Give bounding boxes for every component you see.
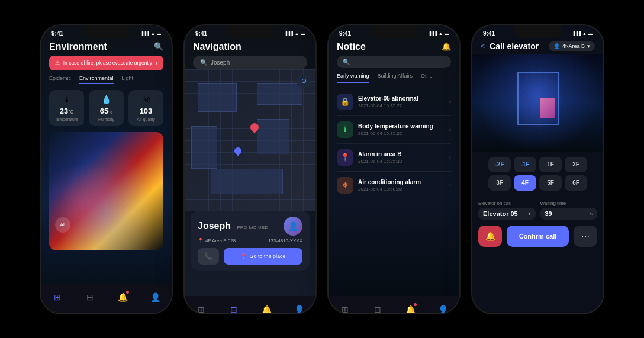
person-details: 📍 4F Area B 028 133-4810-XXXX: [198, 238, 302, 243]
tab-epidemic[interactable]: Epidemic: [49, 75, 71, 84]
notice-item-1[interactable]: 🌡 Body temperature warning 2021-06-04 16…: [337, 116, 451, 144]
notice-date-3: 2021-06-04 13:50:32: [358, 186, 445, 192]
nav3-person[interactable]: 👤: [435, 302, 450, 314]
search-icon[interactable]: 🔍: [154, 42, 163, 51]
pink-cube: [540, 98, 555, 118]
signal-icon-4: ▐▐▐: [572, 31, 581, 36]
environment-title: Environment: [49, 41, 107, 52]
wifi-icon-3: ▲: [439, 31, 443, 36]
search-icon-nav: 🔍: [200, 59, 207, 66]
phone2-content: Navigation 🔍 Joseph ⊕ Josep: [185, 38, 315, 314]
notice-title-2: Alarm in area B: [358, 151, 445, 157]
confirm-button[interactable]: Confirm call: [507, 226, 569, 247]
phone-elevator: 9:41 ▐▐▐ ▲ ▬ < Call elevator 👤 4f-Area B…: [471, 24, 604, 314]
person-avatar: 👤: [284, 217, 302, 236]
floor-btn-2f[interactable]: 2F: [565, 157, 587, 172]
floor-btn-neg2f[interactable]: -2F: [488, 157, 511, 172]
navigation-title: Navigation: [185, 38, 315, 56]
alarm-button[interactable]: 🔔: [478, 226, 502, 247]
elevator-header: < Call elevator 👤 4f-Area B ▾: [472, 38, 603, 54]
nav2-bell[interactable]: 🔔: [259, 302, 274, 314]
person-name-group: Joseph PRO-MO-UED: [198, 221, 268, 231]
notice-header: Notice 🔔: [329, 38, 459, 56]
floor-btn-5f[interactable]: 5F: [539, 175, 562, 191]
floor-btn-3f[interactable]: 3F: [488, 175, 511, 191]
alert-banner[interactable]: ⚠ In case of fire, please evacuate urgen…: [49, 56, 163, 70]
elevator-dropdown-icon[interactable]: ▾: [528, 210, 531, 217]
notice-title-3: Air conditioning alarm: [358, 179, 445, 185]
floor-btn-neg1f[interactable]: -1F: [514, 157, 536, 172]
call-button[interactable]: 📞: [198, 248, 219, 265]
map-locate-btn[interactable]: ⊕: [297, 74, 311, 88]
all-badge[interactable]: All: [55, 217, 70, 233]
status-bar-1: 9:41 ▐▐▐ ▲ ▬: [41, 25, 172, 38]
status-icons-1: ▐▐▐ ▲ ▬: [140, 31, 161, 36]
elevator-title: Call elevator: [490, 41, 539, 51]
notice-item-0[interactable]: 🔒 Elevator-05 abnormal 2021-06-04 16:35:…: [337, 88, 451, 116]
humidity-icon: 💧: [94, 95, 119, 104]
notice-icon-1: 🌡: [337, 121, 353, 138]
nav3-home[interactable]: ⊞: [337, 302, 353, 314]
phone1-nav: ⊞ ⊟ 🔔 👤: [41, 284, 172, 313]
nav2-users[interactable]: ⊟: [226, 302, 242, 314]
status-time-2: 9:41: [195, 30, 207, 37]
waiting-unit: s: [590, 211, 593, 217]
wifi-icon: ▲: [151, 31, 155, 36]
phone4-content: < Call elevator 👤 4f-Area B ▾: [472, 38, 603, 314]
floor-btn-1f[interactable]: 1F: [539, 157, 562, 172]
nav3-bell[interactable]: 🔔: [402, 302, 418, 314]
phones-container: 9:41 ▐▐▐ ▲ ▬ Environment 🔍 ⚠ In case of …: [28, 12, 616, 326]
pin-icon-goto: 📍: [240, 253, 247, 259]
floor-btn-6f[interactable]: 6F: [565, 175, 587, 191]
status-bar-3: 9:41 ▐▐▐ ▲ ▬: [329, 25, 459, 38]
nav-dot: [126, 291, 129, 294]
tab-other[interactable]: Other: [421, 73, 434, 83]
map-area[interactable]: ⊕: [185, 69, 315, 211]
environment-tabs: Epidemic Environmental Light: [49, 75, 163, 84]
nav-users[interactable]: ⊟: [82, 289, 98, 305]
tab-early-warning[interactable]: Early warning: [337, 73, 369, 83]
goto-button[interactable]: 📍 Go to the place: [224, 248, 302, 265]
status-time-1: 9:41: [51, 30, 63, 37]
floor-row-1: -2F -1F 1F 2F: [478, 157, 597, 172]
tab-light[interactable]: Light: [122, 75, 134, 84]
notice-tabs: Early warning Building Affairs Other: [329, 73, 459, 83]
elevator-3d-model: [508, 60, 568, 137]
back-arrow[interactable]: <: [481, 42, 485, 50]
nav2-home[interactable]: ⊞: [194, 302, 209, 314]
nav-home[interactable]: ⊞: [50, 289, 65, 305]
elevator-box: [517, 72, 559, 125]
status-bar-2: 9:41 ▐▐▐ ▲ ▬: [185, 25, 315, 38]
nav-bell[interactable]: 🔔: [115, 289, 130, 305]
tab-environmental[interactable]: Environmental: [79, 75, 114, 84]
tab-building-affairs[interactable]: Building Affairs: [378, 73, 413, 83]
notice-item-3[interactable]: ❄ Air conditioning alarm 2021-06-04 13:5…: [337, 172, 451, 199]
phone-notice: 9:41 ▐▐▐ ▲ ▬ Notice 🔔 🔍 Early warning Bu…: [327, 24, 461, 314]
floor-badge[interactable]: 👤 4f-Area B ▾: [549, 41, 595, 51]
notice-search[interactable]: 🔍: [337, 56, 451, 68]
notice-title-0: Elevator-05 abnormal: [358, 95, 445, 102]
signal-icon-3: ▐▐▐: [428, 31, 437, 36]
temperature-label: Temperature: [54, 117, 79, 121]
nav3-dot: [414, 303, 417, 306]
chevron-icon-3: ›: [449, 182, 451, 188]
person-card: Joseph PRO-MO-UED 👤 📍 4F Area B 028 133-…: [191, 211, 310, 271]
nav2-person[interactable]: 👤: [291, 302, 307, 314]
wifi-icon-4: ▲: [582, 31, 587, 36]
temperature-value: 23℃: [54, 105, 79, 116]
more-button[interactable]: ⋯: [574, 226, 597, 247]
nav-person[interactable]: 👤: [147, 289, 163, 305]
nav3-users[interactable]: ⊟: [370, 302, 385, 314]
goto-label: Go to the place: [249, 253, 285, 259]
floor-btn-4f[interactable]: 4F: [514, 175, 536, 191]
battery-icon-2: ▬: [301, 31, 305, 36]
elevator-on-call-label: Elevator on call: [478, 201, 536, 206]
navigation-search[interactable]: 🔍 Joseph: [193, 56, 307, 69]
notice-date-1: 2021-06-04 16:35:22: [358, 131, 445, 136]
status-time-4: 9:41: [483, 30, 495, 37]
status-icons-3: ▐▐▐ ▲ ▬: [428, 31, 449, 36]
notice-item-2[interactable]: 📍 Alarm in area B 2021-06-04 15:25:32 ›: [337, 144, 451, 172]
metric-temperature: 🌡 23℃ Temperature: [49, 90, 84, 126]
elevator-info: Elevator on call Elevator 05 ▾ Waiting t…: [472, 198, 603, 222]
notice-text-3: Air conditioning alarm 2021-06-04 13:50:…: [358, 179, 445, 192]
